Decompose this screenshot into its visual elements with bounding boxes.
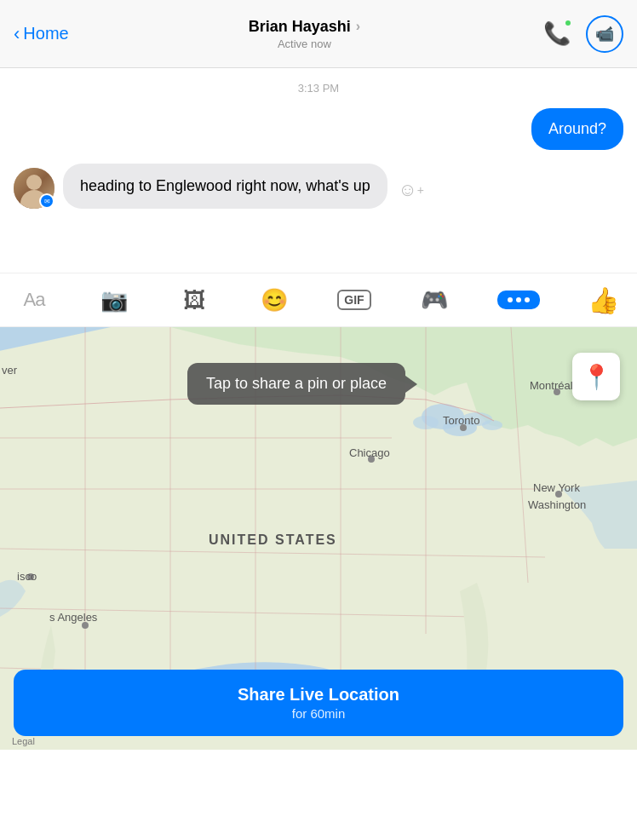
gamepad-icon: 🎮: [421, 287, 448, 314]
camera-icon: 📷: [100, 287, 128, 314]
dot-3: [525, 297, 530, 302]
video-icon: 📹: [595, 25, 614, 43]
message-toolbar: Aa 📷 🖼 😊 GIF 🎮 👍: [0, 273, 637, 327]
gamepad-button[interactable]: 🎮: [417, 283, 451, 317]
svg-text:Legal: Legal: [12, 736, 35, 746]
tooltip-text: Tap to share a pin or place: [206, 375, 387, 393]
contact-name-row[interactable]: Brian Hayashi ›: [69, 18, 540, 36]
chevron-left-icon: ‹: [14, 23, 20, 45]
aa-label: Aa: [24, 289, 45, 311]
online-indicator: [564, 19, 572, 27]
share-location-main-label: Share Live Location: [29, 685, 608, 705]
map-pin-icon: 📍: [582, 363, 611, 391]
incoming-message: ✉ heading to Englewood right now, what's…: [14, 164, 623, 209]
message-timestamp: 3:13 PM: [14, 82, 623, 95]
map-container[interactable]: UNITED STATES Chicago Toronto Montréal N…: [0, 327, 637, 750]
contact-status: Active now: [69, 37, 540, 50]
like-button[interactable]: 👍: [586, 283, 620, 317]
photo-button[interactable]: 🖼: [177, 283, 211, 317]
messenger-badge-icon: ✉: [44, 198, 50, 205]
more-button[interactable]: [497, 291, 540, 309]
dot-1: [508, 297, 513, 302]
svg-text:isco: isco: [17, 570, 37, 583]
video-call-button[interactable]: 📹: [586, 15, 623, 53]
camera-button[interactable]: 📷: [97, 283, 131, 317]
header-actions: 📞 📹: [540, 15, 623, 53]
avatar-wrap: ✉: [14, 168, 55, 209]
keyboard-toggle-button[interactable]: Aa: [17, 283, 51, 317]
tooltip-arrow: [405, 376, 417, 393]
photo-icon: 🖼: [183, 287, 205, 314]
back-label[interactable]: Home: [23, 24, 68, 43]
header: ‹ Home Brian Hayashi › Active now 📞 📹: [0, 0, 637, 68]
svg-text:s Angeles: s Angeles: [49, 611, 98, 624]
header-center: Brian Hayashi › Active now: [69, 18, 540, 50]
svg-text:New York: New York: [533, 481, 580, 494]
incoming-bubble: heading to Englewood right now, what's u…: [63, 164, 387, 209]
emoji-reaction-button[interactable]: ☺+: [396, 175, 427, 205]
emoji-icon: 😊: [261, 287, 288, 314]
contact-name: Brian Hayashi: [249, 18, 351, 36]
contact-chevron-icon: ›: [356, 19, 360, 34]
svg-text:UNITED STATES: UNITED STATES: [209, 532, 337, 547]
back-button[interactable]: ‹ Home: [14, 23, 69, 45]
svg-text:Chicago: Chicago: [349, 446, 390, 459]
emoji-button[interactable]: 😊: [257, 283, 291, 317]
svg-text:ver: ver: [2, 364, 18, 377]
map-tooltip[interactable]: Tap to share a pin or place: [187, 363, 405, 405]
outgoing-message: Around?: [14, 108, 623, 150]
svg-text:Montréal: Montréal: [530, 379, 573, 392]
gif-label: GIF: [337, 290, 370, 310]
call-button[interactable]: 📞: [540, 17, 574, 51]
share-location-sub-label: for 60min: [29, 706, 608, 721]
thumbs-up-icon: 👍: [588, 285, 619, 315]
dot-2: [516, 297, 521, 302]
messages-area: 3:13 PM Around? ✉ heading to Englewood r…: [0, 68, 637, 273]
svg-point-5: [482, 420, 502, 430]
outgoing-bubble: Around?: [531, 108, 623, 150]
svg-text:Washington: Washington: [528, 498, 586, 511]
svg-text:Toronto: Toronto: [443, 414, 479, 427]
share-location-button[interactable]: Share Live Location for 60min: [14, 670, 623, 736]
pin-place-button[interactable]: 📍: [572, 353, 620, 400]
gif-button[interactable]: GIF: [337, 283, 371, 317]
